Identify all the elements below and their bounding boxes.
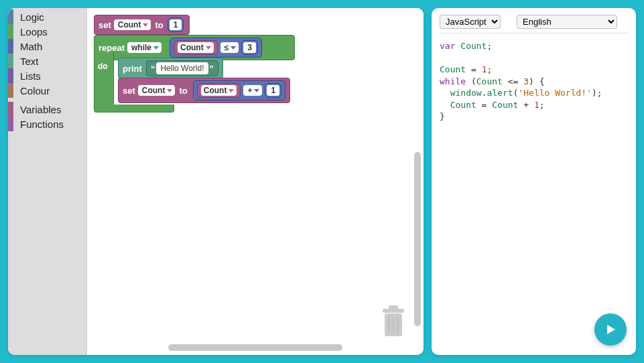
compare-expression[interactable]: Count ≤ 3 xyxy=(170,38,262,58)
punct: ; xyxy=(487,64,492,74)
punct: ; xyxy=(539,100,545,110)
var-pill[interactable]: Count xyxy=(174,40,218,55)
quote-close-icon: ” xyxy=(208,64,216,74)
toolbox-item-math[interactable]: Math xyxy=(8,39,86,54)
kw-do: do xyxy=(98,62,108,71)
var-dropdown[interactable]: Count xyxy=(178,42,214,53)
swatch-variables xyxy=(8,102,13,117)
chevron-down-icon xyxy=(229,89,234,92)
indent xyxy=(440,100,450,110)
toolbox-label: Text xyxy=(20,56,39,67)
op: + xyxy=(518,100,533,110)
number-slot[interactable]: 1 xyxy=(168,17,184,32)
svg-rect-2 xyxy=(389,305,398,309)
toolbox-item-text[interactable]: Text xyxy=(8,54,86,68)
blockly-workspace[interactable]: set Count to 1 repeat while Count xyxy=(87,8,424,355)
var-dropdown[interactable]: Count xyxy=(138,85,176,96)
number-value: 1 xyxy=(170,19,182,30)
chevron-down-icon xyxy=(231,46,236,50)
horizontal-scrollbar[interactable] xyxy=(168,344,342,351)
op-dropdown[interactable]: ≤ xyxy=(220,42,239,53)
var-name: Count xyxy=(118,20,141,29)
toolbox-label: Loops xyxy=(20,26,48,38)
ident: Count xyxy=(492,100,518,110)
ident: alert xyxy=(487,88,513,98)
swatch-text xyxy=(8,54,13,68)
toolbox-label: Variables xyxy=(20,104,61,115)
op-dropdown[interactable]: + xyxy=(243,85,262,96)
text-expression[interactable]: “ Hello World! ” xyxy=(146,60,218,76)
block-set-count-1[interactable]: set Count to 1 xyxy=(94,15,190,35)
math-expression[interactable]: Count + 1 xyxy=(193,80,285,100)
string: 'Hello World!' xyxy=(518,88,592,98)
generated-code: var Count; Count = 1; while (Count <= 3)… xyxy=(440,40,628,123)
kw-repeat: repeat xyxy=(99,43,125,53)
op-value: + xyxy=(247,86,252,95)
swatch-logic xyxy=(8,9,13,24)
punct: ); xyxy=(592,88,602,98)
toolbox-label: Colour xyxy=(20,85,50,96)
chevron-down-icon xyxy=(206,46,211,50)
text-value[interactable]: Hello World! xyxy=(156,62,208,74)
toolbox-item-variables[interactable]: Variables xyxy=(8,102,86,117)
swatch-functions xyxy=(8,117,13,131)
num: 1 xyxy=(534,100,539,110)
toolbox-item-functions[interactable]: Functions xyxy=(8,117,86,131)
selectors-row: JavaScript English xyxy=(440,15,628,29)
var-pill[interactable]: Count xyxy=(197,83,241,98)
ident: window xyxy=(450,88,482,98)
var-name: Count xyxy=(142,86,166,95)
svg-rect-4 xyxy=(393,317,395,333)
loop-do-arm: do xyxy=(94,52,114,106)
code-panel: JavaScript English var Count; Count = 1;… xyxy=(432,8,636,355)
chevron-down-icon xyxy=(143,23,148,27)
op: = xyxy=(476,100,492,110)
block-repeat-while[interactable]: repeat while Count ≤ 3 xyxy=(94,35,295,60)
svg-rect-5 xyxy=(397,317,399,333)
swatch-math xyxy=(8,39,13,54)
language-select[interactable]: JavaScript xyxy=(440,15,501,29)
run-button[interactable] xyxy=(594,313,627,346)
ident: Count xyxy=(460,41,487,51)
kw-to: to xyxy=(179,86,187,96)
vertical-scrollbar[interactable] xyxy=(414,152,421,326)
toolbox-label: Math xyxy=(20,41,42,52)
blockly-panel: Logic Loops Math Text Lists Colour Varia… xyxy=(8,8,424,355)
svg-rect-3 xyxy=(388,317,390,333)
kw-set: set xyxy=(123,86,135,96)
swatch-lists xyxy=(8,68,13,83)
toolbox-item-lists[interactable]: Lists xyxy=(8,68,86,83)
punct: ) { xyxy=(529,76,544,86)
kw-while: while xyxy=(440,76,471,86)
chevron-down-icon xyxy=(167,89,172,92)
block-set-count-plus1[interactable]: set Count to Count + 1 xyxy=(118,78,290,103)
chevron-down-icon xyxy=(153,46,159,50)
var-dropdown[interactable]: Count xyxy=(114,19,151,30)
locale-select[interactable]: English xyxy=(517,15,617,29)
var-name: Count xyxy=(180,43,204,52)
indent xyxy=(440,88,450,98)
number-slot[interactable]: 1 xyxy=(265,83,281,98)
number-slot[interactable]: 3 xyxy=(241,40,258,55)
quote-open-icon: “ xyxy=(149,64,157,74)
ident: Count xyxy=(476,76,503,86)
chevron-down-icon xyxy=(254,89,259,92)
toolbox-item-colour[interactable]: Colour xyxy=(8,83,86,98)
number-value: 1 xyxy=(267,85,279,96)
block-print[interactable]: print “ Hello World! ” xyxy=(118,58,223,79)
toolbox-item-logic[interactable]: Logic xyxy=(8,9,86,24)
mode-value: while xyxy=(131,43,151,52)
kw-set: set xyxy=(99,20,111,30)
toolbox-label: Functions xyxy=(20,119,64,130)
punct: } xyxy=(440,111,445,121)
op-value: ≤ xyxy=(224,43,229,52)
kw-print: print xyxy=(123,64,142,74)
mode-dropdown[interactable]: while xyxy=(127,42,162,53)
num: 3 xyxy=(523,76,529,86)
toolbox-item-loops[interactable]: Loops xyxy=(8,24,86,39)
punct: ( xyxy=(471,76,476,86)
var-dropdown[interactable]: Count xyxy=(201,85,237,96)
op: <= xyxy=(503,76,523,86)
trashcan-icon[interactable] xyxy=(381,305,406,342)
loop-bottom xyxy=(94,104,174,113)
